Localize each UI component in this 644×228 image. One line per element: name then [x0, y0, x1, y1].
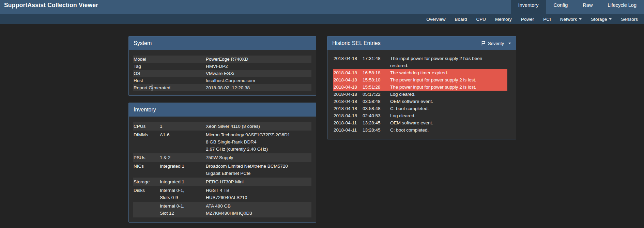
sel-entry: 2018-04-1805:17:22Log cleared.: [333, 91, 507, 98]
tab-config[interactable]: Config: [546, 0, 575, 14]
subnav-item-memory[interactable]: Memory: [495, 17, 512, 22]
inventory-row: Internal 0-1,Slot 12ATA 480 GBMZ7KM480HM…: [133, 202, 311, 217]
row-description: Xeon Silver 4110 (8 cores): [206, 123, 311, 130]
subnav-item-label: Overview: [426, 17, 445, 22]
subnav-item-label: Network: [560, 17, 577, 22]
row-value: 2018-08-02 12:20:38: [206, 84, 311, 91]
subnav-item-label: CPU: [476, 17, 486, 22]
subnav-item-label: Storage: [591, 17, 607, 22]
sel-entry: 2018-04-1803:58:48C: boot completed.: [333, 105, 507, 112]
row-location: A1-6: [160, 131, 206, 153]
row-value: PowerEdge R740XD: [206, 56, 311, 63]
flag-icon: [481, 41, 486, 46]
entry-time: 15:51:28: [363, 83, 390, 91]
tab-lifecycle-log[interactable]: Lifecycle Log: [600, 0, 644, 14]
system-row: OSVMware ESXi: [133, 70, 311, 77]
location-line: Integrated 1: [160, 163, 206, 170]
entry-date: 2018-04-18: [333, 83, 363, 91]
text-cursor: [150, 85, 154, 91]
subnav-item-label: Power: [521, 17, 534, 22]
subnav-item-label: Board: [455, 17, 467, 22]
description-line: Micron Technology 9ASF1G72PZ-2G6D1: [206, 131, 311, 138]
entry-date: 2018-04-11: [333, 119, 363, 126]
row-location: Integrated 1: [160, 163, 206, 177]
subnav-item-sensors[interactable]: Sensors: [621, 17, 638, 22]
row-label: Storage: [133, 178, 160, 185]
entry-message: Log cleared.: [390, 91, 499, 98]
row-value: localhost.Corp.emc.com: [206, 77, 311, 84]
sel-panel-title: Historic SEL Entries: [332, 40, 381, 46]
entry-time: 02:40:53: [363, 112, 390, 119]
chevron-down-icon: [508, 43, 511, 45]
subnav-item-overview[interactable]: Overview: [426, 17, 445, 22]
historic-sel-panel: Historic SEL Entries Severity 2018-04-18…: [327, 36, 516, 139]
row-value: VMware ESXi: [206, 70, 311, 77]
chevron-down-icon: [579, 18, 582, 21]
severity-filter-label: Severity: [488, 41, 504, 46]
description-line: Xeon Silver 4110 (8 cores): [206, 123, 311, 130]
description-line: 8 GB Single-Rank DDR4: [206, 138, 311, 146]
entry-message: OEM software event.: [390, 119, 499, 126]
row-label: Tag: [133, 63, 206, 70]
entry-time: 17:31:48: [363, 55, 390, 69]
system-panel-title: System: [134, 40, 152, 46]
system-row: Hostlocalhost.Corp.emc.com: [133, 77, 311, 84]
subnav-item-storage[interactable]: Storage: [591, 17, 612, 22]
tab-raw[interactable]: Raw: [575, 0, 600, 14]
system-table: ModelPowerEdge R740XDTagHMVFDP2OSVMware …: [129, 50, 316, 95]
row-location: Integrated 1: [160, 178, 206, 185]
subnav-item-label: Sensors: [621, 17, 638, 22]
entry-date: 2018-04-18: [333, 98, 363, 105]
title-bar: SupportAssist Collection Viewer Inventor…: [0, 0, 644, 14]
sel-entry: 2018-04-1815:51:28The power input for po…: [333, 83, 507, 91]
inventory-row: DIMMsA1-6Micron Technology 9ASF1G72PZ-2G…: [133, 131, 311, 153]
inventory-row: DisksInternal 0-1,Slots 0-9HGST 4 TBHUS7…: [133, 186, 311, 202]
top-navigation: InventoryConfigRawLifecycle Log: [511, 0, 644, 14]
row-label: Report Generated: [133, 84, 206, 91]
location-line: Integrated 1: [160, 178, 206, 185]
entry-message: The power input for power supply 2 is lo…: [390, 83, 499, 91]
subnav-item-cpu[interactable]: CPU: [476, 17, 486, 22]
sel-entry: 2018-04-1113:28:45OEM software event.: [333, 119, 507, 126]
severity-filter-button[interactable]: Severity: [481, 41, 511, 46]
location-line: Slots 0-9: [160, 194, 206, 201]
subnav-item-power[interactable]: Power: [521, 17, 534, 22]
row-value: HMVFDP2: [206, 63, 311, 70]
subnav-item-network[interactable]: Network: [560, 17, 582, 22]
tab-inventory[interactable]: Inventory: [511, 0, 546, 14]
row-label: CPUs: [133, 123, 160, 130]
entry-date: 2018-04-18: [333, 76, 363, 83]
subnav-item-pci[interactable]: PCI: [543, 17, 551, 22]
entry-message: OEM software event.: [390, 98, 499, 105]
row-description: ATA 480 GBMZ7KM480HMHQ0D3: [206, 202, 311, 217]
entry-time: 15:58:10: [363, 76, 390, 83]
location-line: 1 & 2: [160, 154, 206, 161]
row-location: Internal 0-1,Slot 12: [160, 202, 206, 217]
sel-panel-header: Historic SEL Entries Severity: [327, 36, 516, 50]
subnav-item-label: PCI: [543, 17, 551, 22]
sel-entry: 2018-04-1803:58:48OEM software event.: [333, 98, 507, 105]
row-description: HGST 4 TBHUS726040ALS210: [206, 187, 311, 201]
sel-entry: 2018-04-1817:31:48The input power for po…: [333, 55, 507, 69]
entry-time: 13:28:45: [363, 119, 390, 126]
subnav-item-board[interactable]: Board: [455, 17, 467, 22]
entry-time: 03:58:48: [363, 98, 390, 105]
entry-date: 2018-04-18: [333, 112, 363, 119]
row-label: Model: [133, 56, 206, 63]
row-label: PSUs: [133, 154, 160, 161]
description-line: MZ7KM480HMHQ0D3: [206, 210, 311, 217]
description-line: ATA 480 GB: [206, 202, 311, 210]
entry-date: 2018-04-18: [333, 91, 363, 98]
row-description: PERC H730P Mini: [206, 178, 311, 185]
inventory-row: PSUs1 & 2750W Supply: [133, 153, 311, 162]
entry-message: C: boot completed.: [390, 126, 499, 134]
inventory-row: CPUs1Xeon Silver 4110 (8 cores): [133, 122, 311, 131]
location-line: Internal 0-1,: [160, 202, 206, 210]
row-location: Internal 0-1,Slots 0-9: [160, 187, 206, 201]
row-description: Micron Technology 9ASF1G72PZ-2G6D18 GB S…: [206, 131, 311, 153]
row-label: [133, 202, 160, 217]
entry-date: 2018-04-18: [333, 69, 363, 76]
inventory-row: StorageIntegrated 1PERC H730P Mini: [133, 178, 311, 186]
row-description: Broadcom Limited NetXtreme BCM5720Gigabi…: [206, 163, 311, 177]
entry-time: 13:28:45: [363, 126, 390, 134]
